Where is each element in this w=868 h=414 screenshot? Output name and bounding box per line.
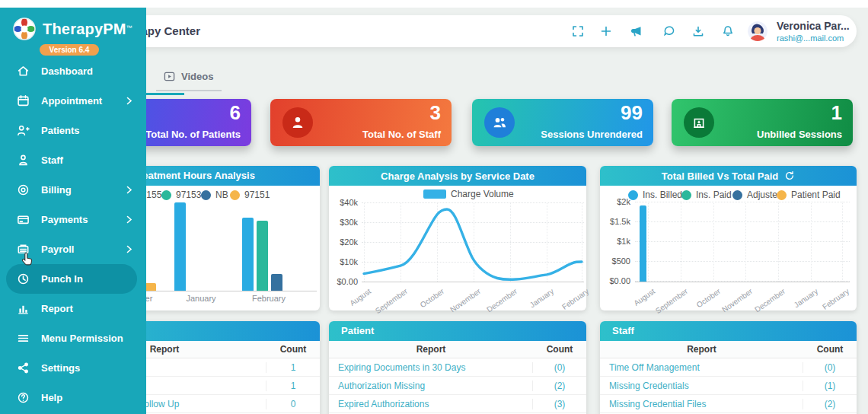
report-link[interactable]: Expired Authorizations [329,399,532,409]
download-icon[interactable] [691,24,705,38]
report-link[interactable]: Missing Credential Files [600,399,803,409]
menu-lines-icon [17,332,30,345]
sidebar-item-staff[interactable]: Staff [0,145,146,175]
user-name[interactable]: Veronica Par... [777,20,850,32]
logo-trademark: ™ [126,24,132,30]
report-link[interactable]: Authorization Missing [329,381,532,391]
bar-97155 [242,218,254,291]
chevron-right-icon [126,245,132,253]
card-value: 6 [230,101,241,125]
sidebar-item-label: Settings [41,362,80,374]
bar-Ins. Billed [640,205,646,282]
table-panel-staff: Staff Report Count Time Off Management (… [600,321,857,414]
sidebar-item-label: Staff [41,154,63,166]
add-icon[interactable] [599,24,613,38]
sidebar-item-label: Payments [41,214,88,225]
staff-icon [282,107,313,138]
card-value: 1 [831,101,842,125]
therapypm-logo-icon [12,17,37,41]
sidebar-item-patients[interactable]: Patients [0,116,146,145]
table-row: Authorization Missing (2) [329,377,586,395]
count-value[interactable]: 1 [266,381,320,391]
bar-97153 [257,221,268,291]
count-value[interactable]: 0 [266,399,320,409]
count-value[interactable]: 1 [266,362,320,373]
clinic-icon [684,107,714,138]
sidebar-item-punch-in[interactable]: Punch In [6,264,137,294]
fullscreen-icon[interactable] [571,24,585,38]
card-total-staff[interactable]: 3 Total No. of Staff [270,99,452,146]
table-row: Missing Credentials (1) [600,377,857,395]
sidebar-item-payroll[interactable]: Payroll [0,234,146,264]
sidebar-nav: Dashboard Appointment Patients Staff Bil… [0,56,146,412]
y-tick-label: $10k [329,257,358,266]
col-report: Report [329,344,533,355]
sidebar-item-label: Patients [41,125,80,136]
tab-videos-label: Videos [181,71,213,82]
report-link[interactable]: Time Off Management [600,362,803,373]
logo-text: TherapyPM [43,21,126,37]
sidebar-item-appointment[interactable]: Appointment [0,86,146,116]
table-row: Missing Credential Files (2) [600,395,857,413]
count-value[interactable]: (0) [803,362,857,373]
count-value[interactable]: (0) [532,362,586,373]
sidebar: TherapyPM™ Version 6.4 Dashboard Appoint… [0,8,146,414]
chat-icon[interactable] [662,24,676,38]
chevron-right-icon [126,97,132,105]
home-icon [17,65,30,78]
report-link[interactable]: Expiring Documents in 30 Days [329,362,532,373]
y-tick-label: $30k [329,218,358,227]
avatar[interactable] [748,21,767,41]
sidebar-item-dashboard[interactable]: Dashboard [0,56,146,86]
count-value[interactable]: (3) [532,399,586,409]
chevron-right-icon [126,215,132,224]
chart-billed-vs-paid: Total Billed Vs Total Paid Ins. BilledIn… [600,166,857,310]
table-row: Expired Authorizations (3) [329,395,586,413]
col-report: Report [600,344,803,355]
sidebar-item-label: Report [41,303,73,314]
user-email: rashi@...mail.com [777,33,844,43]
card-value: 99 [621,101,643,125]
table-title: Staff [612,325,634,336]
bar-NB [271,274,282,291]
table-panel-patient: Patient Report Count Expiring Documents … [329,321,586,414]
card-unbilled-sessions[interactable]: 1 Unbilled Sessions [672,99,853,146]
patient-add-icon [17,124,30,137]
share-network-icon [17,361,30,374]
table-row: Time Off Management (0) [600,358,857,377]
notifications-icon[interactable] [721,24,735,38]
help-icon [17,391,30,404]
billing-icon [17,183,30,196]
sidebar-item-menu-permission[interactable]: Menu Permission [0,323,146,353]
sidebar-item-settings[interactable]: Settings [0,353,146,383]
sidebar-item-label: Payroll [41,244,74,255]
y-tick-label: $0.00 [329,277,358,286]
card-label: Sessions Unrendered [541,129,643,140]
tab-videos[interactable]: Videos [164,71,213,82]
sidebar-item-payments[interactable]: Payments [0,205,146,234]
chart-charge-analysis: Charge Analysis by Service Date Charge V… [329,166,586,310]
payments-icon [17,213,30,226]
sidebar-item-label: Help [41,392,62,403]
tab-underline [156,90,222,91]
sidebar-item-billing[interactable]: Billing [0,175,146,205]
table-header: Staff [600,321,857,341]
card-sessions-unrendered[interactable]: 99 Sessions Unrendered [472,99,653,146]
table-header: Patient [329,321,586,341]
app-logo[interactable]: TherapyPM™ [0,8,146,41]
sidebar-item-label: Punch In [41,273,83,285]
payroll-icon [17,243,30,256]
calendar-icon [17,94,30,107]
count-value[interactable]: (2) [803,399,857,409]
charge-volume-line [362,198,584,283]
sidebar-item-label: Menu Permission [41,333,123,344]
report-link[interactable]: Missing Credentials [600,381,803,391]
count-value[interactable]: (2) [532,381,586,391]
col-count: Count [533,344,586,355]
sidebar-item-help[interactable]: Help [0,383,146,412]
x-tick-label: February [238,294,299,303]
col-count: Count [266,344,320,355]
count-value[interactable]: (1) [803,381,857,391]
sidebar-item-report[interactable]: Report [0,294,146,323]
announcement-icon[interactable] [630,24,643,38]
